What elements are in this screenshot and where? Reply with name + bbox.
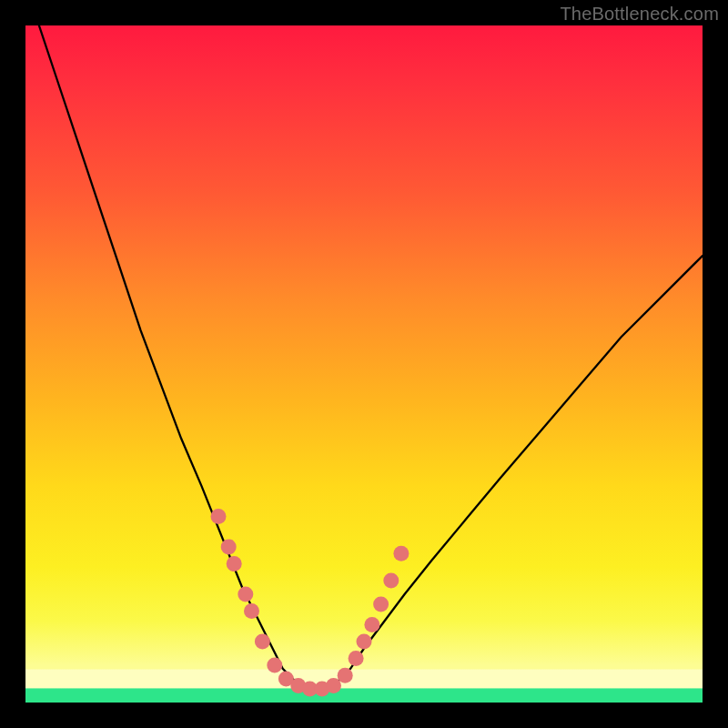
curve-marker xyxy=(373,597,389,612)
curve-marker xyxy=(211,509,227,524)
bottleneck-curve xyxy=(39,25,703,689)
curve-marker xyxy=(326,678,341,693)
chart-svg xyxy=(25,25,703,703)
curve-marker xyxy=(255,634,270,650)
curve-marker xyxy=(364,617,379,632)
curve-marker xyxy=(393,546,409,561)
curve-marker xyxy=(338,668,353,683)
curve-marker xyxy=(227,556,242,571)
watermark-text: TheBottleneck.com xyxy=(560,4,719,25)
plot-area xyxy=(25,25,703,703)
curve-marker xyxy=(357,634,372,650)
chart-frame: TheBottleneck.com xyxy=(0,0,728,728)
curve-marker xyxy=(383,573,399,589)
curve-marker xyxy=(349,651,364,666)
curve-marker xyxy=(267,658,282,673)
curve-marker xyxy=(221,539,237,554)
curve-markers xyxy=(211,509,410,697)
curve-marker xyxy=(244,603,259,619)
curve-marker xyxy=(238,587,253,602)
